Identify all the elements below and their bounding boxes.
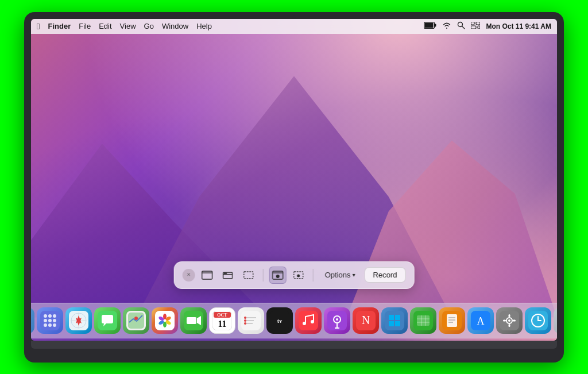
close-button[interactable]: × (183, 269, 195, 282)
svg-point-71 (336, 318, 338, 321)
svg-rect-100 (513, 319, 516, 321)
dock-messages[interactable] (94, 307, 121, 334)
record-button[interactable]: Record (364, 267, 405, 283)
svg-text:tv: tv (277, 318, 282, 324)
edit-menu[interactable]: Edit (99, 22, 111, 30)
svg-point-27 (44, 319, 47, 322)
dock-reminders[interactable] (238, 307, 264, 334)
svg-point-20 (297, 274, 300, 277)
svg-point-32 (53, 323, 56, 327)
svg-text:11: 11 (218, 319, 226, 329)
status-time: Mon Oct 11 9:41 AM (486, 22, 551, 30)
finder-menu[interactable]: Finder (48, 22, 71, 30)
svg-rect-1 (425, 22, 434, 28)
svg-point-63 (244, 322, 246, 325)
dock-podcasts[interactable] (324, 307, 350, 334)
svg-text:OCT: OCT (217, 313, 227, 318)
dock-pages[interactable] (439, 307, 465, 334)
svg-point-68 (311, 320, 314, 323)
dock-finder[interactable]: 😊 (31, 307, 34, 334)
control-center-icon[interactable] (471, 22, 480, 31)
svg-rect-78 (395, 315, 400, 320)
svg-point-42 (134, 317, 138, 320)
svg-point-62 (244, 319, 246, 322)
svg-point-3 (458, 22, 463, 26)
svg-point-26 (53, 314, 56, 318)
svg-point-18 (276, 275, 280, 278)
dock-screen-time[interactable] (525, 307, 551, 334)
svg-line-4 (462, 26, 465, 29)
svg-rect-6 (476, 22, 480, 25)
svg-rect-99 (503, 319, 506, 321)
dock-numbers[interactable] (410, 307, 436, 334)
svg-text:N: N (362, 314, 370, 326)
screen:  Finder File Edit View Go Window Help (31, 19, 557, 341)
screenshot-fullscreen-btn[interactable] (199, 267, 216, 284)
dock-music[interactable] (295, 307, 322, 334)
svg-rect-88 (447, 314, 457, 327)
dock-appletv[interactable]: tv (266, 307, 293, 334)
laptop-bottom (31, 341, 557, 349)
record-selection-btn[interactable] (290, 267, 307, 284)
svg-text:A: A (477, 315, 485, 327)
menubar-left:  Finder File Edit View Go Window Help (37, 21, 212, 31)
dock-news[interactable]: N (353, 307, 379, 334)
svg-point-67 (303, 322, 306, 325)
svg-point-13 (224, 273, 225, 274)
dock-calendar[interactable]: OCT 11 (209, 307, 235, 334)
toolbar-divider-1 (263, 269, 264, 282)
toolbar-divider-2 (313, 269, 314, 282)
svg-rect-66 (299, 311, 318, 330)
dock-facetime[interactable] (180, 307, 207, 334)
window-menu[interactable]: Window (162, 22, 188, 30)
screenshot-toolbar: × (174, 261, 415, 289)
svg-rect-77 (389, 315, 394, 320)
dock-safari[interactable] (65, 307, 92, 334)
menubar-right: Mon Oct 11 9:41 AM (424, 21, 551, 32)
svg-rect-9 (202, 271, 212, 279)
svg-rect-8 (478, 26, 480, 29)
menubar:  Finder File Edit View Go Window Help (31, 19, 557, 34)
svg-rect-98 (509, 324, 510, 327)
svg-point-30 (44, 323, 47, 327)
svg-point-14 (226, 273, 227, 274)
svg-rect-51 (187, 317, 196, 324)
svg-point-28 (48, 319, 52, 322)
dock-appstore[interactable]: A (467, 307, 494, 334)
battery-icon (424, 22, 436, 31)
dock-winstall[interactable] (381, 307, 408, 334)
svg-point-25 (48, 314, 52, 318)
view-menu[interactable]: View (120, 22, 136, 30)
options-label: Options (325, 271, 351, 279)
svg-rect-79 (389, 321, 394, 326)
svg-rect-80 (395, 321, 400, 326)
svg-rect-15 (244, 272, 253, 279)
search-icon[interactable] (457, 21, 465, 32)
wallpaper (31, 19, 557, 341)
svg-point-31 (48, 323, 52, 327)
dock: 😊 (31, 303, 557, 338)
svg-rect-82 (417, 315, 430, 326)
go-menu[interactable]: Go (144, 22, 154, 30)
chevron-down-icon: ▾ (352, 272, 355, 278)
dock-maps[interactable] (123, 307, 149, 334)
dock-trash[interactable] (554, 307, 557, 334)
svg-point-96 (508, 319, 510, 322)
wifi-icon (442, 21, 451, 32)
svg-rect-7 (471, 26, 476, 29)
screenshot-selection-btn[interactable] (240, 267, 257, 284)
svg-rect-97 (509, 314, 510, 317)
screenshot-window-btn[interactable] (219, 267, 237, 284)
dock-settings[interactable] (496, 307, 523, 334)
camera (293, 15, 296, 18)
options-button[interactable]: Options ▾ (319, 268, 361, 282)
apple-menu[interactable]:  (37, 21, 40, 31)
dock-photos[interactable] (152, 307, 178, 334)
svg-point-29 (53, 319, 56, 322)
svg-rect-2 (435, 24, 436, 26)
help-menu[interactable]: Help (196, 22, 212, 30)
dock-launchpad[interactable] (37, 307, 63, 334)
record-fullscreen-btn[interactable] (269, 267, 287, 284)
file-menu[interactable]: File (79, 22, 91, 30)
svg-point-24 (44, 314, 47, 318)
